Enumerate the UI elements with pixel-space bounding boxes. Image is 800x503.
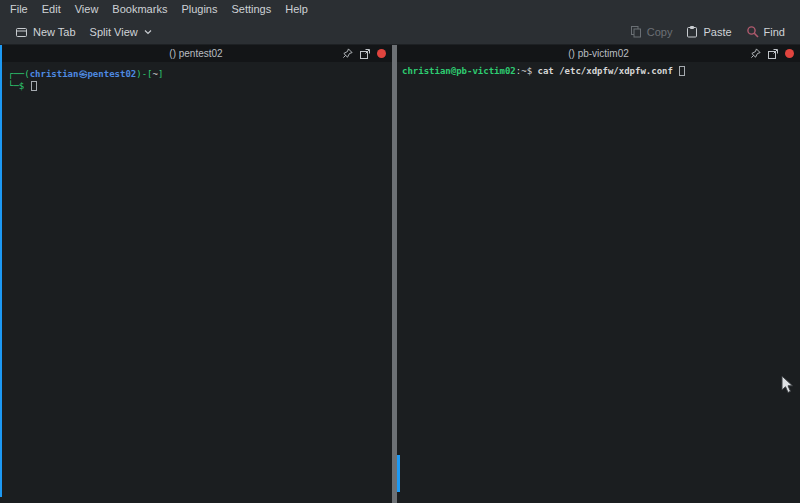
detach-icon[interactable] (359, 48, 371, 60)
copy-button[interactable]: Copy (623, 22, 680, 41)
pane-title: () pb-victim02 (397, 45, 800, 62)
pane-pentest02: () pentest02 ┌──(christian㉿pentest02)-[~… (0, 45, 392, 503)
pin-icon[interactable] (750, 48, 761, 59)
paste-button[interactable]: Paste (679, 22, 738, 41)
menu-bar: File Edit View Bookmarks Plugins Setting… (0, 0, 800, 19)
close-icon[interactable] (377, 49, 386, 58)
find-button[interactable]: Find (739, 22, 792, 41)
pane-actions (342, 48, 392, 60)
terminal-line: ┌──(christian㉿pentest02)-[~] (8, 68, 388, 80)
detach-icon[interactable] (767, 48, 779, 60)
terminal-pentest02[interactable]: ┌──(christian㉿pentest02)-[~]└─$ (0, 62, 392, 503)
chevron-down-icon (143, 28, 153, 36)
toolbar: New Tab Split View Copy Paste Find (0, 19, 800, 45)
split-view-label: Split View (90, 26, 138, 38)
pane-header-pentest02[interactable]: () pentest02 (0, 45, 392, 62)
menu-edit[interactable]: Edit (35, 0, 68, 19)
magnifier-icon (746, 25, 759, 38)
copy-icon (630, 25, 642, 38)
terminal-pb-victim02[interactable]: christian@pb-victim02:~$ cat /etc/xdpfw/… (397, 62, 800, 503)
pane-header-pb-victim02[interactable]: () pb-victim02 (397, 45, 800, 62)
split-view-button[interactable]: Split View (83, 23, 160, 41)
close-icon[interactable] (785, 49, 794, 58)
focus-indicator-bar (397, 455, 400, 492)
new-tab-label: New Tab (33, 26, 76, 38)
split-view-container: () pentest02 ┌──(christian㉿pentest02)-[~… (0, 45, 800, 503)
menu-settings[interactable]: Settings (224, 0, 278, 19)
terminal-cursor (31, 81, 37, 91)
new-tab-icon (15, 26, 28, 38)
pane-title: () pentest02 (0, 45, 392, 62)
menu-file[interactable]: File (3, 0, 35, 19)
active-pane-indicator (0, 45, 2, 497)
menu-help[interactable]: Help (278, 0, 315, 19)
terminal-cursor (679, 66, 685, 76)
new-tab-button[interactable]: New Tab (8, 23, 83, 41)
pane-actions (750, 48, 800, 60)
paste-label: Paste (703, 26, 731, 38)
pane-pb-victim02: () pb-victim02 christian@pb-victim02:~$ … (397, 45, 800, 503)
menu-view[interactable]: View (68, 0, 106, 19)
menu-bookmarks[interactable]: Bookmarks (105, 0, 174, 19)
terminal-line: └─$ (8, 80, 388, 92)
copy-label: Copy (647, 26, 673, 38)
paste-icon (686, 25, 698, 38)
menu-plugins[interactable]: Plugins (174, 0, 224, 19)
find-label: Find (764, 26, 785, 38)
terminal-line: christian@pb-victim02:~$ cat /etc/xdpfw/… (402, 65, 796, 77)
pin-icon[interactable] (342, 48, 353, 59)
